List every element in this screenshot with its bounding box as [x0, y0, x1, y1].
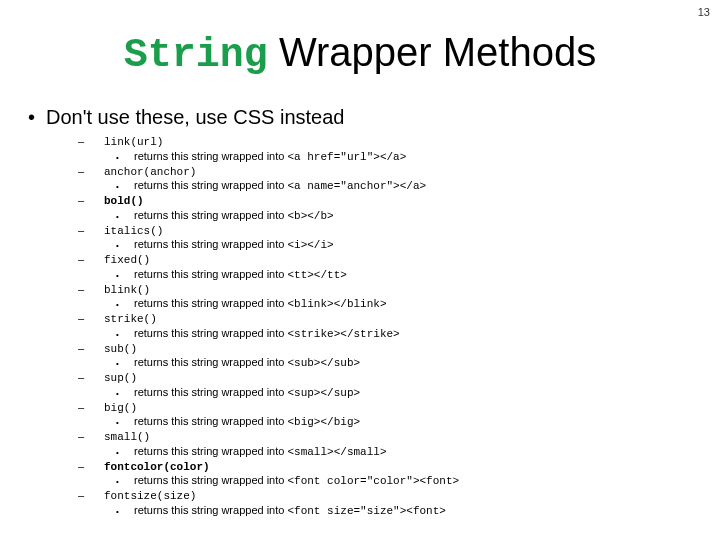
method-row: –italics() — [78, 224, 720, 239]
method-desc: returns this string wrapped into <a href… — [134, 150, 406, 165]
bullet-level1: •Don't use these, use CSS instead — [28, 106, 720, 129]
dash-icon: – — [78, 194, 104, 208]
method-desc: returns this string wrapped into <big></… — [134, 415, 360, 430]
bullet-small-icon: • — [116, 359, 134, 369]
method-row: –big() — [78, 401, 720, 416]
method-desc: returns this string wrapped into <sup></… — [134, 386, 360, 401]
method-tag: <blink></blink> — [287, 298, 386, 310]
method-desc-row: •returns this string wrapped into <sup><… — [116, 386, 720, 401]
method-desc: returns this string wrapped into <strike… — [134, 327, 400, 342]
method-name: sub() — [104, 343, 137, 357]
method-desc-row: •returns this string wrapped into <tt></… — [116, 268, 720, 283]
method-tag: <font size="size"><font> — [287, 505, 445, 517]
method-row: –fontsize(size) — [78, 489, 720, 504]
method-tag: <strike></strike> — [287, 328, 399, 340]
method-name: bold() — [104, 195, 144, 209]
method-desc-row: •returns this string wrapped into <a hre… — [116, 150, 720, 165]
method-name: fontcolor(color) — [104, 461, 210, 475]
method-desc-row: •returns this string wrapped into <i></i… — [116, 238, 720, 253]
method-row: –blink() — [78, 283, 720, 298]
bullet-small-icon: • — [116, 477, 134, 487]
method-row: –anchor(anchor) — [78, 165, 720, 180]
methods-list: –link(url)•returns this string wrapped i… — [78, 135, 720, 519]
dash-icon: – — [78, 312, 104, 326]
title-rest: Wrapper Methods — [268, 30, 596, 74]
method-desc-row: •returns this string wrapped into <a nam… — [116, 179, 720, 194]
method-tag: <small></small> — [287, 446, 386, 458]
method-tag: <b></b> — [287, 210, 333, 222]
method-row: –link(url) — [78, 135, 720, 150]
method-desc-row: •returns this string wrapped into <small… — [116, 445, 720, 460]
method-desc: returns this string wrapped into <font s… — [134, 504, 446, 519]
method-desc-row: •returns this string wrapped into <font … — [116, 474, 720, 489]
method-desc: returns this string wrapped into <a name… — [134, 179, 426, 194]
slide-title: String Wrapper Methods — [0, 30, 720, 78]
bullet-dot-icon: • — [28, 106, 46, 129]
method-name: fixed() — [104, 254, 150, 268]
bullet-small-icon: • — [116, 182, 134, 192]
page-number: 13 — [698, 6, 710, 18]
dash-icon: – — [78, 401, 104, 415]
method-name: sup() — [104, 372, 137, 386]
method-tag: <tt></tt> — [287, 269, 346, 281]
dash-icon: – — [78, 253, 104, 267]
method-name: strike() — [104, 313, 157, 327]
method-desc-row: •returns this string wrapped into <big><… — [116, 415, 720, 430]
dash-icon: – — [78, 342, 104, 356]
bullet-small-icon: • — [116, 448, 134, 458]
method-name: blink() — [104, 284, 150, 298]
method-name: big() — [104, 402, 137, 416]
method-desc: returns this string wrapped into <sub></… — [134, 356, 360, 371]
bullet-small-icon: • — [116, 507, 134, 517]
title-code: String — [124, 33, 268, 78]
bullet-small-icon: • — [116, 153, 134, 163]
method-name: fontsize(size) — [104, 490, 196, 504]
bullet-small-icon: • — [116, 418, 134, 428]
bullet-small-icon: • — [116, 389, 134, 399]
method-desc-row: •returns this string wrapped into <font … — [116, 504, 720, 519]
content-area: •Don't use these, use CSS instead –link(… — [28, 106, 720, 519]
method-tag: <i></i> — [287, 239, 333, 251]
dash-icon: – — [78, 371, 104, 385]
dash-icon: – — [78, 430, 104, 444]
method-desc: returns this string wrapped into <font c… — [134, 474, 459, 489]
method-desc-row: •returns this string wrapped into <b></b… — [116, 209, 720, 224]
method-row: –sub() — [78, 342, 720, 357]
method-row: –fontcolor(color) — [78, 460, 720, 475]
bullet-small-icon: • — [116, 330, 134, 340]
method-name: italics() — [104, 225, 163, 239]
method-desc: returns this string wrapped into <tt></t… — [134, 268, 347, 283]
dash-icon: – — [78, 283, 104, 297]
method-row: –small() — [78, 430, 720, 445]
dash-icon: – — [78, 135, 104, 149]
bullet-text: Don't use these, use CSS instead — [46, 106, 344, 128]
method-desc-row: •returns this string wrapped into <sub><… — [116, 356, 720, 371]
method-tag: <sup></sup> — [287, 387, 360, 399]
method-desc: returns this string wrapped into <i></i> — [134, 238, 334, 253]
method-row: –fixed() — [78, 253, 720, 268]
method-tag: <font color="color"><font> — [287, 475, 459, 487]
method-row: –sup() — [78, 371, 720, 386]
method-desc: returns this string wrapped into <b></b> — [134, 209, 334, 224]
bullet-small-icon: • — [116, 241, 134, 251]
bullet-small-icon: • — [116, 300, 134, 310]
method-name: small() — [104, 431, 150, 445]
method-desc: returns this string wrapped into <small>… — [134, 445, 387, 460]
method-desc-row: •returns this string wrapped into <strik… — [116, 327, 720, 342]
method-desc-row: •returns this string wrapped into <blink… — [116, 297, 720, 312]
method-desc: returns this string wrapped into <blink>… — [134, 297, 387, 312]
method-tag: <a name="anchor"></a> — [287, 180, 426, 192]
method-tag: <big></big> — [287, 416, 360, 428]
dash-icon: – — [78, 165, 104, 179]
bullet-small-icon: • — [116, 271, 134, 281]
method-tag: <sub></sub> — [287, 357, 360, 369]
dash-icon: – — [78, 460, 104, 474]
method-name: link(url) — [104, 136, 163, 150]
method-row: –bold() — [78, 194, 720, 209]
bullet-small-icon: • — [116, 212, 134, 222]
method-tag: <a href="url"></a> — [287, 151, 406, 163]
method-name: anchor(anchor) — [104, 166, 196, 180]
method-row: –strike() — [78, 312, 720, 327]
dash-icon: – — [78, 489, 104, 503]
dash-icon: – — [78, 224, 104, 238]
